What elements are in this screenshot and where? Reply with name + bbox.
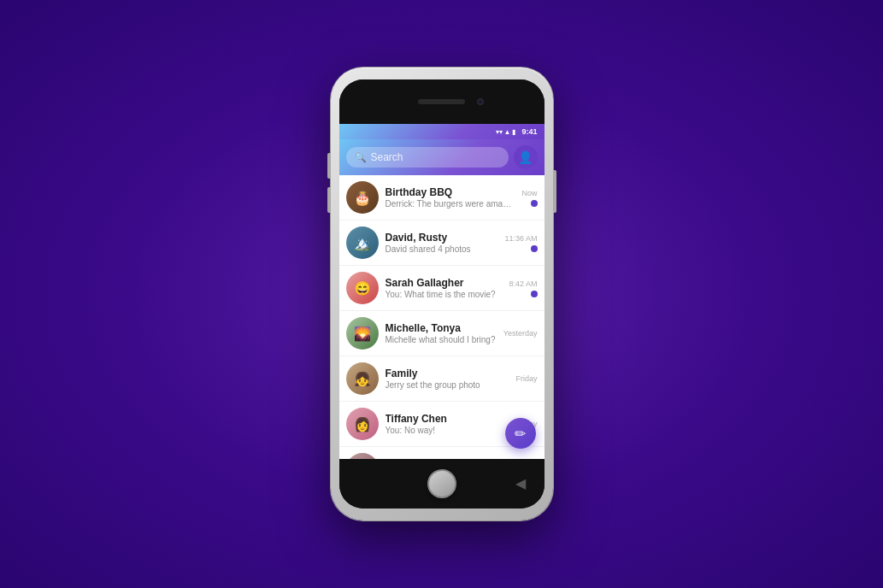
header-avatar-button[interactable]: 👤 [514, 145, 538, 169]
chat-info-michelle-tonya: Michelle, Tonya Michelle what should I b… [386, 322, 497, 344]
chat-name: Michelle, Tonya [386, 322, 497, 334]
status-bar: ▾▾ ▲ ▮ 9:41 [339, 124, 545, 139]
chat-item-mans-best-friends[interactable]: 🧢 Man's Best Friends You: I'm gonna do i… [339, 447, 545, 459]
search-bar[interactable]: 🔍 Search [346, 147, 509, 168]
chat-item-david-rusty[interactable]: 🏔️ David, Rusty David shared 4 photos 11… [339, 220, 545, 266]
chat-time: Yesterday [503, 329, 538, 338]
search-icon: 🔍 [355, 152, 367, 163]
chat-name: Birthday BBQ [386, 186, 515, 198]
chat-time: Friday [515, 374, 537, 383]
background: SAMSUNG ▾▾ ▲ ▮ [0, 0, 883, 588]
search-placeholder-text: Search [371, 151, 403, 163]
chat-list: 🎂 Birthday BBQ Derrick: The burgers were… [339, 175, 545, 459]
header-avatar-icon: 👤 [518, 150, 533, 164]
phone-body: SAMSUNG ▾▾ ▲ ▮ [331, 68, 553, 520]
chat-avatar-birthday-bbq: 🎂 [346, 181, 379, 214]
status-icons: ▾▾ ▲ ▮ [496, 128, 516, 136]
chat-name: Family [386, 368, 509, 379]
chat-avatar-tiffany-chen: 👩 [346, 408, 379, 440]
chat-item-family[interactable]: 👧 Family Jerry set the group photo Frida… [339, 356, 545, 402]
chat-time: 8:42 AM [509, 279, 537, 288]
chat-time: Now [521, 189, 537, 197]
chat-item-sarah-gallagher[interactable]: 😄 Sarah Gallagher You: What time is the … [339, 266, 545, 311]
chat-item-michelle-tonya[interactable]: 🌄 Michelle, Tonya Michelle what should I… [339, 311, 545, 356]
chat-preview: You: No way! [386, 426, 509, 435]
chat-avatar-sarah-gallagher: 😄 [346, 272, 379, 304]
chat-name: Sarah Gallagher [386, 277, 503, 289]
chat-name: Tiffany Chen [386, 413, 509, 425]
chat-info-birthday-bbq: Birthday BBQ Derrick: The burgers were a… [386, 186, 515, 209]
chat-preview: You: What time is the movie? [386, 290, 503, 299]
home-button[interactable] [427, 469, 456, 498]
screen-content: ▾▾ ▲ ▮ 9:41 🔍 Search 👤 [339, 124, 545, 459]
unread-dot [531, 200, 538, 207]
chat-avatar-mans-best-friends: 🧢 [346, 453, 379, 459]
chat-avatar-family: 👧 [346, 362, 379, 395]
chat-info-tiffany-chen: Tiffany Chen You: No way! [386, 413, 509, 435]
camera [477, 98, 484, 105]
chat-info-sarah-gallagher: Sarah Gallagher You: What time is the mo… [386, 277, 503, 299]
chat-meta-david-rusty: 11:36 AM [504, 234, 537, 252]
phone-screen-bezel: ▾▾ ▲ ▮ 9:41 🔍 Search 👤 [339, 79, 545, 509]
chat-name: David, Rusty [386, 232, 498, 244]
chat-time: 11:36 AM [504, 234, 537, 243]
chat-meta-family: Friday [515, 374, 537, 383]
chat-preview: Derrick: The burgers were amazing! [386, 199, 515, 209]
chat-preview: David shared 4 photos [386, 244, 498, 254]
bottom-bezel: ◀ [339, 459, 545, 509]
chat-info-david-rusty: David, Rusty David shared 4 photos [386, 232, 498, 254]
chat-avatar-michelle-tonya: 🌄 [346, 317, 379, 350]
compose-icon: ✏ [515, 426, 526, 442]
phone: SAMSUNG ▾▾ ▲ ▮ [331, 68, 553, 520]
chat-preview: Jerry set the group photo [386, 380, 509, 390]
battery-icon: ▮ [512, 128, 515, 136]
status-time: 9:41 [521, 127, 537, 136]
unread-dot [531, 291, 538, 297]
top-bezel [339, 79, 545, 124]
back-button[interactable]: ◀ [515, 475, 526, 491]
wifi-icon: ▲ [504, 128, 511, 136]
chat-meta-michelle-tonya: Yesterday [503, 329, 538, 338]
chat-meta-sarah-gallagher: 8:42 AM [509, 279, 537, 297]
chat-preview: Michelle what should I bring? [386, 335, 497, 344]
chat-meta-birthday-bbq: Now [521, 189, 537, 207]
chat-item-birthday-bbq[interactable]: 🎂 Birthday BBQ Derrick: The burgers were… [339, 175, 545, 220]
chat-avatar-david-rusty: 🏔️ [346, 226, 379, 259]
compose-fab-button[interactable]: ✏ [505, 418, 536, 449]
app-header: 🔍 Search 👤 [339, 139, 545, 175]
signal-icon: ▾▾ [496, 128, 503, 136]
speaker-grille [418, 99, 465, 104]
unread-dot [531, 245, 538, 252]
chat-info-family: Family Jerry set the group photo [386, 368, 509, 390]
